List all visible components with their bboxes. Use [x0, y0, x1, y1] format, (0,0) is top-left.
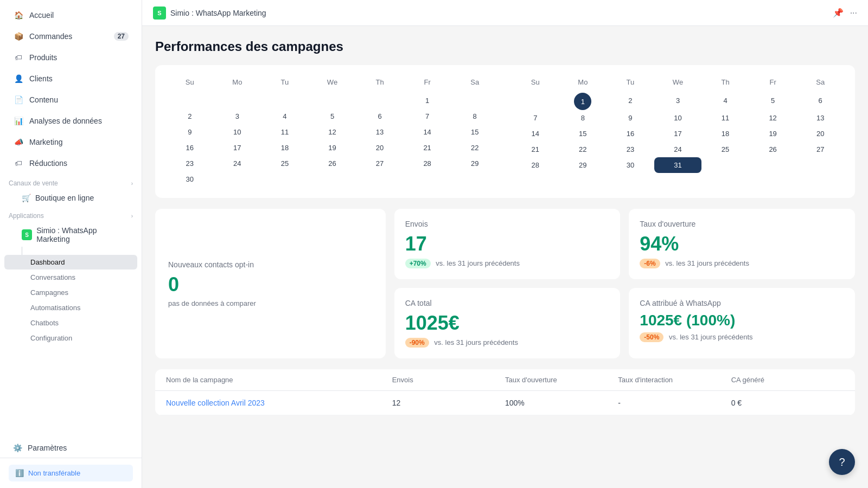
cal-header-month2: Su Mo Tu We Th Fr Sa — [512, 76, 844, 88]
table-row: Nouvelle collection Avril 2023 12 100% -… — [155, 391, 855, 415]
envois-stat-card: Envois 17 +70% vs. les 31 jours précéden… — [394, 209, 621, 279]
calendar-month2: Su Mo Tu We Th Fr Sa 1 2 3 4 — [512, 76, 844, 187]
analytics-icon: 📊 — [13, 115, 24, 126]
non-transferable-label: Non transférable — [28, 469, 80, 477]
conversations-label: Conversations — [30, 273, 75, 281]
sidebar-item-marketing[interactable]: 📣 Marketing — [4, 132, 137, 152]
sidebar-item-conversations[interactable]: Conversations — [4, 270, 137, 285]
ca-total-stat-card: CA total 1025€ -90% vs. les 31 jours pré… — [394, 288, 621, 358]
commandes-badge: 27 — [114, 32, 129, 41]
marketing-icon: 📣 — [13, 137, 24, 147]
info-icon: ℹ️ — [15, 469, 24, 477]
help-button[interactable]: ? — [829, 449, 855, 475]
sidebar-item-campagnes[interactable]: Campagnes — [4, 285, 137, 300]
store-icon: 🛒 — [22, 194, 31, 202]
ca-whatsapp-value: 1025€ (100%) — [640, 312, 844, 329]
sidebar-item-commandes[interactable]: 📦 Commandes 27 — [4, 26, 137, 47]
row-interaction: - — [618, 399, 731, 407]
col-interaction: Taux d'interaction — [618, 376, 731, 384]
row-name[interactable]: Nouvelle collection Avril 2023 — [166, 399, 392, 407]
topbar-title: Simio : WhatsApp Marketing — [170, 9, 266, 17]
stats-container: Nouveaux contacts opt-in 0 pas de donnée… — [155, 209, 855, 358]
pin-icon[interactable]: 📌 — [833, 8, 844, 18]
sidebar-label-contenu: Contenu — [29, 95, 58, 104]
sidebar-label-commandes: Commandes — [29, 32, 72, 41]
chevron-right-icon: › — [131, 181, 133, 187]
col-envois: Envois — [392, 376, 505, 384]
calendar-month1: Su Mo Tu We Th Fr Sa — [166, 76, 499, 187]
configuration-label: Configuration — [30, 334, 72, 342]
sidebar-label-analyses: Analyses de données — [29, 117, 102, 125]
simio-logo: S — [22, 229, 32, 240]
applications-section[interactable]: Applications › — [0, 207, 142, 222]
contacts-value: 0 — [168, 273, 373, 296]
table-header: Nom de la campagne Envois Taux d'ouvertu… — [155, 369, 855, 391]
contacts-stat-card: Nouveaux contacts opt-in 0 pas de donnée… — [155, 209, 386, 358]
ca-whatsapp-badge: -50% — [640, 332, 663, 342]
applications-label: Applications — [9, 212, 44, 220]
taux-ouverture-label: Taux d'ouverture — [640, 220, 844, 228]
orders-icon: 📦 — [13, 31, 24, 42]
cal-header-month1: Su Mo Tu We Th Fr Sa — [166, 76, 499, 88]
col-ca: CA généré — [731, 376, 844, 384]
ca-total-badge: -90% — [405, 338, 429, 348]
taux-ouverture-sub: -6% vs. les 31 jours précédents — [640, 259, 844, 268]
sales-channels-label: Canaux de vente — [9, 179, 58, 187]
clients-icon: 👤 — [13, 73, 24, 84]
sidebar-item-accueil[interactable]: 🏠 Accueil — [4, 5, 137, 25]
sidebar-item-boutique[interactable]: 🛒 Boutique en ligne — [4, 190, 137, 206]
sidebar-item-dashboard[interactable]: Dashboard — [4, 255, 137, 269]
row-ca: 0 € — [731, 399, 844, 407]
sidebar-item-configuration[interactable]: Configuration — [4, 331, 137, 345]
ca-total-label: CA total — [405, 299, 610, 307]
boutique-label: Boutique en ligne — [35, 194, 94, 202]
ca-whatsapp-label: CA attribué à WhatsApp — [640, 299, 844, 307]
sidebar-item-chatbots[interactable]: Chatbots — [4, 316, 137, 330]
col-ouverture: Taux d'ouverture — [505, 376, 618, 384]
sidebar-item-clients[interactable]: 👤 Clients — [4, 68, 137, 89]
sidebar-label-accueil: Accueil — [29, 11, 54, 20]
envois-value: 17 — [405, 233, 610, 255]
sidebar-label-clients: Clients — [29, 74, 53, 83]
sidebar-item-analyses[interactable]: 📊 Analyses de données — [4, 111, 137, 131]
sidebar-item-parametres[interactable]: ⚙️ Paramètres — [4, 439, 137, 457]
taux-ouverture-badge: -6% — [640, 259, 660, 268]
taux-ouverture-stat-card: Taux d'ouverture 94% -6% vs. les 31 jour… — [629, 209, 855, 279]
sidebar-nav: 🏠 Accueil 📦 Commandes 27 🏷 Produits 👤 Cl… — [0, 0, 142, 350]
contacts-label: Nouveaux contacts opt-in — [168, 260, 373, 269]
non-transferable-banner: ℹ️ Non transférable — [9, 465, 133, 481]
chevron-right-icon-2: › — [131, 213, 133, 219]
sales-channels-section[interactable]: Canaux de vente › — [0, 174, 142, 189]
automatisations-label: Automatisations — [30, 304, 81, 312]
dashboard-label: Dashboard — [30, 258, 65, 266]
sidebar-footer: ℹ️ Non transférable — [0, 458, 142, 488]
ca-whatsapp-stat-card: CA attribué à WhatsApp 1025€ (100%) -50%… — [629, 288, 855, 358]
sidebar-label-produits: Produits — [29, 53, 57, 62]
sidebar-item-simio[interactable]: S Simio : WhatsApp Marketing — [4, 222, 137, 247]
envois-sub: +70% vs. les 31 jours précédents — [405, 259, 610, 268]
sidebar-item-produits[interactable]: 🏷 Produits — [4, 47, 137, 68]
sidebar-item-contenu[interactable]: 📄 Contenu — [4, 89, 137, 110]
content-icon: 📄 — [13, 94, 24, 105]
nav-connector — [22, 247, 22, 255]
calendar-card: Su Mo Tu We Th Fr Sa — [155, 65, 855, 198]
col-name: Nom de la campagne — [166, 376, 392, 384]
sidebar-label-marketing: Marketing — [29, 138, 62, 146]
page-title: Performances des campagnes — [155, 39, 855, 54]
sidebar-item-reductions[interactable]: 🏷 Réductions — [4, 153, 137, 174]
content-area: Performances des campagnes Su Mo Tu We T… — [142, 26, 868, 488]
ca-total-value: 1025€ — [405, 312, 610, 335]
ca-whatsapp-sub: -50% vs. les 31 jours précédents — [640, 332, 844, 342]
main-content: S Simio : WhatsApp Marketing 📌 ··· Perfo… — [142, 0, 868, 488]
discounts-icon: 🏷 — [13, 158, 24, 169]
campaign-link[interactable]: Nouvelle collection Avril 2023 — [166, 399, 265, 407]
sidebar: 🏠 Accueil 📦 Commandes 27 🏷 Produits 👤 Cl… — [0, 0, 142, 488]
calendar-grid: Su Mo Tu We Th Fr Sa — [166, 76, 844, 187]
cal-body-month1: 1 2 3 4 5 6 7 8 9 10 11 12 — [166, 93, 499, 187]
chatbots-label: Chatbots — [30, 319, 59, 327]
sidebar-item-automatisations[interactable]: Automatisations — [4, 300, 137, 315]
more-icon[interactable]: ··· — [850, 8, 857, 18]
ca-total-sub: -90% vs. les 31 jours précédents — [405, 338, 610, 348]
envois-label: Envois — [405, 220, 610, 228]
row-ouverture: 100% — [505, 399, 618, 407]
